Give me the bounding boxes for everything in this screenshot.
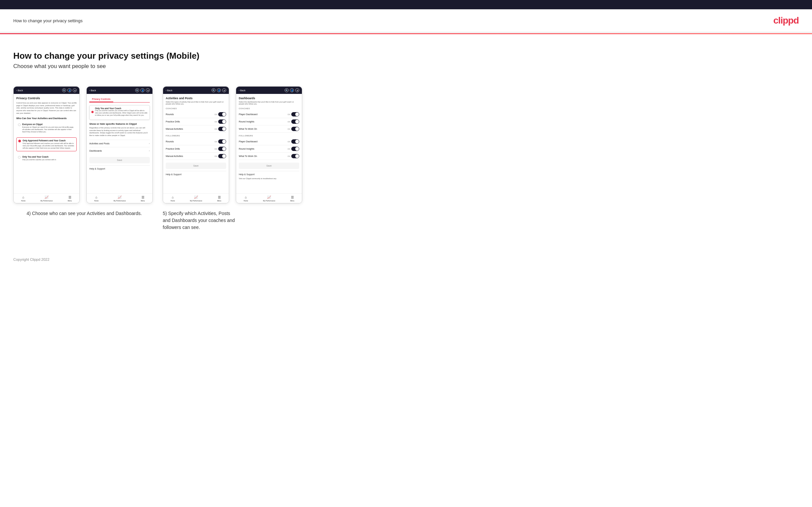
nav-menu-3[interactable]: ☰ Menu <box>217 195 221 202</box>
menu-activities[interactable]: Activities and Posts › <box>89 140 150 147</box>
save-button-3[interactable]: Save <box>166 163 226 169</box>
header-icons-2: 🔍 👤 ⚙ <box>135 88 150 92</box>
footer: Copyright Clippd 2022 <box>0 251 812 268</box>
coaches-round-insights-label: Round Insights <box>239 120 254 123</box>
screen2-bottom-nav: ⌂ Home 📈 My Performance ☰ Menu <box>87 193 152 203</box>
radio-everyone[interactable] <box>18 123 20 126</box>
show-hide-desc: Regardless of the privacy controls that … <box>89 127 150 137</box>
followers-rounds-toggle-wrapper: ON <box>214 139 226 144</box>
coaches-manual-toggle[interactable] <box>218 127 226 131</box>
back-button-3[interactable]: ‹ Back <box>166 89 172 92</box>
breadcrumb: How to change your privacy settings <box>13 18 83 23</box>
page-subtitle: Choose what you want people to see <box>13 63 799 70</box>
search-icon-2[interactable]: 🔍 <box>135 88 139 92</box>
help-desc-4: Visit our Clippd community to troublesho… <box>239 177 299 180</box>
radio-coach-only[interactable] <box>18 156 20 159</box>
search-icon-1[interactable]: 🔍 <box>62 88 66 92</box>
followers-label-3: FOLLOWERS <box>166 135 226 137</box>
option-coach-only-desc: Only you and the coaches you connect wit… <box>22 159 56 161</box>
home-icon-4: ⌂ <box>245 195 247 199</box>
nav-performance-2[interactable]: 📈 My Performance <box>114 195 126 202</box>
menu-dashboards[interactable]: Dashboards › <box>89 147 150 154</box>
settings-icon-2[interactable]: ⚙ <box>146 88 150 92</box>
tab-privacy-controls[interactable]: Privacy Controls <box>89 97 113 102</box>
nav-menu-1[interactable]: ☰ Menu <box>68 195 72 202</box>
followers-rounds-label: Rounds <box>166 140 174 143</box>
coaches-round-insights-row: Round Insights ON <box>239 118 299 125</box>
chevron-activities: › <box>149 142 150 145</box>
radio-approved[interactable] <box>18 140 21 143</box>
people-icon-2[interactable]: 👤 <box>141 88 145 92</box>
option-approved[interactable]: Only Approved Followers and Your Coach O… <box>16 137 77 151</box>
back-button-1[interactable]: ‹ Back <box>16 89 23 92</box>
followers-rounds-toggle[interactable] <box>218 139 226 144</box>
followers-practice-toggle-wrapper: ON <box>214 147 226 151</box>
followers-what-to-work-wrapper: ON <box>288 154 299 158</box>
nav-performance-1[interactable]: 📈 My Performance <box>41 195 53 202</box>
screen1-phone: ‹ Back 🔍 👤 ⚙ Privacy Controls Control ho… <box>13 86 80 204</box>
followers-round-insights-toggle[interactable] <box>291 147 299 151</box>
back-button-4[interactable]: ‹ Back <box>239 89 245 92</box>
nav-home-3[interactable]: ⌂ Home <box>171 195 175 202</box>
nav-home-1[interactable]: ⌂ Home <box>21 195 26 202</box>
search-icon-4[interactable]: 🔍 <box>285 88 289 92</box>
followers-player-dash-toggle[interactable] <box>291 139 299 144</box>
coaches-rounds-toggle[interactable] <box>218 112 226 116</box>
coaches-what-to-work-toggle[interactable] <box>291 127 299 131</box>
settings-icon-4[interactable]: ⚙ <box>295 88 299 92</box>
followers-practice-row: Practice Drills ON <box>166 145 226 153</box>
menu-label-3: Menu <box>217 200 221 202</box>
dropdown-desc: Only you and the coaches you connect wit… <box>95 110 148 116</box>
main-content: How to change your privacy settings (Mob… <box>0 34 812 251</box>
settings-icon-3[interactable]: ⚙ <box>222 88 226 92</box>
dashboard-desc: Select the dashboards that you'd like to… <box>239 101 299 105</box>
menu-icon-4: ☰ <box>291 195 294 199</box>
people-icon-1[interactable]: 👤 <box>67 88 71 92</box>
header-icons-3: 🔍 👤 ⚙ <box>211 88 226 92</box>
nav-performance-4[interactable]: 📈 My Performance <box>263 195 275 202</box>
coaches-practice-toggle[interactable] <box>218 119 226 124</box>
back-button-2[interactable]: ‹ Back <box>89 89 96 92</box>
menu-label-2: Menu <box>141 200 145 202</box>
coaches-manual-on: ON <box>214 128 217 130</box>
screen4-phone: ‹ Back 🔍 👤 ⚙ Dashboards Select the dashb… <box>236 86 302 204</box>
phones-pair-right: ‹ Back 🔍 👤 ⚙ Activities and Posts Select… <box>163 86 302 204</box>
dropdown-option-selected[interactable]: Only You and Your Coach Only you and the… <box>91 107 148 116</box>
followers-round-insights-wrapper: ON <box>288 147 299 151</box>
nav-home-4[interactable]: ⌂ Home <box>244 195 248 202</box>
option-everyone[interactable]: Everyone on Clippd Everyone on Clippd ca… <box>16 121 77 135</box>
performance-label-3: My Performance <box>190 200 202 202</box>
performance-label-2: My Performance <box>114 200 126 202</box>
coaches-rounds-row: Rounds ON <box>166 111 226 118</box>
option-coach-only[interactable]: Only You and Your Coach Only you and the… <box>16 154 77 163</box>
nav-home-2[interactable]: ⌂ Home <box>94 195 99 202</box>
nav-menu-2[interactable]: ☰ Menu <box>141 195 145 202</box>
coaches-manual-row: Manual Activities ON <box>166 125 226 133</box>
people-icon-3[interactable]: 👤 <box>217 88 221 92</box>
screen3-content: Activities and Posts Select the types of… <box>163 94 229 193</box>
followers-practice-toggle[interactable] <box>218 147 226 151</box>
option-everyone-label: Everyone on Clippd <box>22 123 75 125</box>
coaches-round-insights-toggle[interactable] <box>291 119 299 124</box>
nav-menu-4[interactable]: ☰ Menu <box>290 195 295 202</box>
followers-rounds-on: ON <box>214 141 217 143</box>
phones-pair-left: ‹ Back 🔍 👤 ⚙ Privacy Controls Control ho… <box>13 86 153 204</box>
followers-what-to-work-toggle[interactable] <box>291 154 299 158</box>
followers-manual-toggle[interactable] <box>218 154 226 158</box>
coaches-player-dash-row: Player Dashboard ON <box>239 111 299 118</box>
performance-label-4: My Performance <box>263 200 275 202</box>
coaches-label-4: COACHES <box>239 108 299 110</box>
save-button-2[interactable]: Save <box>89 157 150 163</box>
home-label-4: Home <box>244 200 248 202</box>
people-icon-4[interactable]: 👤 <box>290 88 294 92</box>
followers-label-4: FOLLOWERS <box>239 135 299 137</box>
header-icons-1: 🔍 👤 ⚙ <box>62 88 77 92</box>
coaches-what-to-work-wrapper: ON <box>288 127 299 131</box>
search-icon-3[interactable]: 🔍 <box>211 88 215 92</box>
followers-player-dash-wrapper: ON <box>288 139 299 144</box>
dropdown-radio <box>91 111 94 113</box>
save-button-4[interactable]: Save <box>239 163 299 169</box>
settings-icon-1[interactable]: ⚙ <box>73 88 77 92</box>
coaches-player-dash-toggle[interactable] <box>291 112 299 116</box>
nav-performance-3[interactable]: 📈 My Performance <box>190 195 202 202</box>
